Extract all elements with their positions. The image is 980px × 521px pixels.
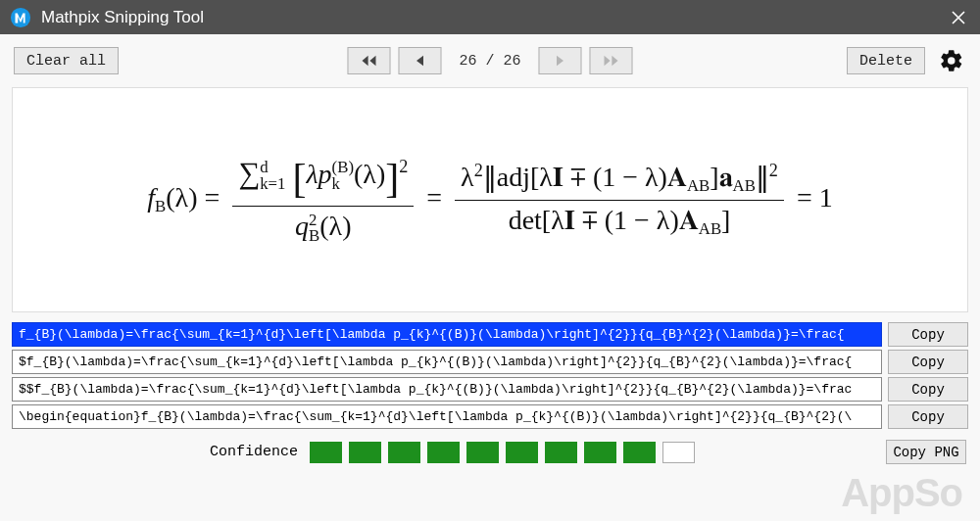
first-page-button[interactable]: [347, 47, 390, 74]
confidence-box-empty: [662, 442, 695, 463]
copy-png-button[interactable]: Copy PNG: [886, 440, 966, 464]
window-body: Clear all 26 / 26 Delete fB(λ): [0, 34, 980, 521]
toolbar: Clear all 26 / 26 Delete: [8, 42, 972, 87]
footer: Confidence Copy PNG: [8, 432, 972, 464]
window-title: Mathpix Snipping Tool: [41, 8, 204, 27]
confidence-box: [506, 442, 538, 463]
svg-point-0: [11, 7, 30, 26]
pagination: 26 / 26: [347, 47, 632, 74]
latex-field-equation[interactable]: \begin{equation}f_{B}(\lambda)=\frac{\su…: [12, 404, 882, 429]
latex-field-plain[interactable]: f_{B}(\lambda)=\frac{\sum_{k=1}^{d}\left…: [12, 322, 882, 347]
confidence-box: [466, 442, 499, 463]
confidence-meter: [310, 442, 695, 463]
equation-render-panel: fB(λ) = ∑dk=1 [λp(B)k(λ)]2 q2B(λ) = λ2‖a…: [12, 87, 968, 312]
latex-field-display[interactable]: $$f_{B}(\lambda)=\frac{\sum_{k=1}^{d}\le…: [12, 377, 882, 402]
latex-output-list: f_{B}(\lambda)=\frac{\sum_{k=1}^{d}\left…: [12, 322, 968, 432]
rendered-equation: fB(λ) = ∑dk=1 [λp(B)k(λ)]2 q2B(λ) = λ2‖a…: [147, 155, 833, 246]
confidence-box: [310, 442, 342, 463]
latex-field-inline[interactable]: $f_{B}(\lambda)=\frac{\sum_{k=1}^{d}\lef…: [12, 350, 882, 374]
prev-page-button[interactable]: [398, 47, 441, 74]
confidence-box: [349, 442, 381, 463]
latex-row: \begin{equation}f_{B}(\lambda)=\frac{\su…: [12, 404, 968, 429]
close-button[interactable]: [936, 0, 980, 34]
clear-all-button[interactable]: Clear all: [14, 47, 119, 74]
confidence-label: Confidence: [210, 444, 298, 460]
latex-row: $$f_{B}(\lambda)=\frac{\sum_{k=1}^{d}\le…: [12, 377, 968, 402]
confidence-box: [545, 442, 577, 463]
latex-row: $f_{B}(\lambda)=\frac{\sum_{k=1}^{d}\lef…: [12, 350, 968, 374]
copy-button[interactable]: Copy: [888, 377, 968, 402]
delete-button[interactable]: Delete: [847, 47, 925, 74]
copy-button[interactable]: Copy: [888, 404, 968, 429]
titlebar: Mathpix Snipping Tool: [0, 0, 980, 34]
confidence-box: [584, 442, 616, 463]
latex-row: f_{B}(\lambda)=\frac{\sum_{k=1}^{d}\left…: [12, 322, 968, 347]
settings-button[interactable]: [937, 46, 966, 75]
confidence-box: [427, 442, 460, 463]
confidence-box: [623, 442, 656, 463]
next-page-button[interactable]: [539, 47, 582, 74]
app-logo-icon: [10, 7, 31, 28]
page-indicator: 26 / 26: [445, 53, 534, 70]
last-page-button[interactable]: [590, 47, 633, 74]
confidence-box: [388, 442, 420, 463]
copy-button[interactable]: Copy: [888, 322, 968, 347]
copy-button[interactable]: Copy: [888, 350, 968, 374]
